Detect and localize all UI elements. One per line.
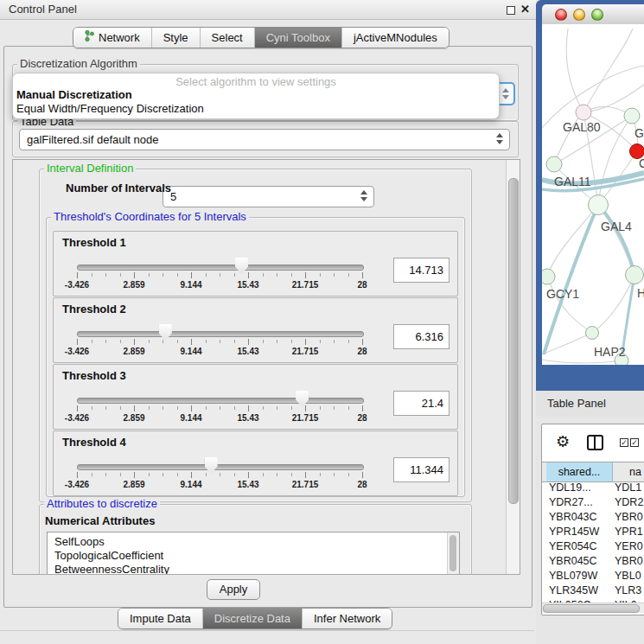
label-gal11: GAL11	[554, 175, 591, 188]
combo-stepper-icon	[502, 88, 509, 101]
threshold-3-slider[interactable]: -3.4262.8599.14415.4321.71528	[77, 393, 362, 426]
control-panel-titlebar: Control Panel ✕	[0, 0, 536, 20]
tick-label: -3.426	[65, 280, 89, 290]
tab-jactivemnodules[interactable]: jActiveMNodules	[341, 28, 449, 48]
tab-discretize-data[interactable]: Discretize Data	[202, 609, 302, 628]
column-header-shared-name[interactable]: shared...	[546, 462, 613, 481]
list-scrollbar[interactable]	[447, 532, 459, 575]
table-data-combobox[interactable]: galFiltered.sif default node	[19, 129, 510, 150]
table-row[interactable]: YER054CYER0	[542, 539, 644, 554]
combo-stepper-icon	[360, 190, 367, 203]
label-hap2: HAP2	[594, 345, 626, 359]
threshold-2-slider[interactable]: -3.4262.8599.14415.4321.71528	[77, 327, 362, 360]
threshold-4-value-field[interactable]: 11.344	[393, 457, 450, 482]
node-h[interactable]	[626, 266, 644, 284]
checkbox-icon[interactable]: ✓	[630, 438, 639, 447]
tab-cyni-toolbox[interactable]: Cyni Toolbox	[254, 28, 341, 48]
threshold-3-label: Threshold 3	[62, 369, 126, 382]
node-gal4[interactable]	[589, 195, 609, 215]
attribute-item[interactable]: BetweennessCentrality	[48, 563, 459, 575]
threshold-4-slider[interactable]: -3.4262.8599.14415.4321.71528	[77, 460, 362, 493]
tick-label: 28	[357, 347, 367, 356]
node-hap2[interactable]	[586, 327, 599, 340]
table-panel-title: Table Panel	[547, 397, 606, 410]
threshold-2-label: Threshold 2	[62, 303, 126, 316]
apply-button[interactable]: Apply	[207, 579, 260, 600]
label-partial-h: H	[637, 286, 644, 300]
tick-label: 15.43	[237, 280, 258, 290]
columns-icon[interactable]	[587, 435, 603, 450]
numerical-attributes-list[interactable]: SelfLoopsTopologicalCoefficientBetweenne…	[47, 532, 460, 575]
slider-thumb[interactable]	[205, 457, 218, 474]
slider-track	[77, 464, 364, 470]
tick-label: 9.144	[180, 347, 201, 356]
zoom-traffic-light-icon[interactable]	[591, 9, 603, 21]
algorithm-option-equal-width[interactable]: Equal Width/Frequency Discretization	[13, 102, 499, 116]
tab-infer-network[interactable]: Infer Network	[302, 609, 392, 628]
checkbox-icon[interactable]: ✓	[620, 438, 628, 447]
float-window-icon[interactable]	[507, 6, 515, 15]
slider-thumb[interactable]	[159, 324, 172, 341]
bottom-tabs: Impute Data Discretize Data Infer Networ…	[118, 608, 392, 629]
table-row[interactable]: YPR145WYPR1	[542, 525, 644, 539]
attributes-group-title: Attributes to discretize	[44, 497, 160, 510]
network-canvas[interactable]: GAL80 GA C GAL11 GAL4 GCY1 H HAP2	[542, 24, 644, 365]
tick-label: 9.144	[180, 480, 201, 489]
label-gal4: GAL4	[601, 220, 632, 233]
attribute-item[interactable]: TopologicalCoefficient	[48, 549, 459, 563]
threshold-1-slider[interactable]: -3.4262.8599.14415.4321.71528	[77, 260, 362, 293]
network-view-window: GAL80 GA C GAL11 GAL4 GCY1 H HAP2	[536, 0, 644, 391]
tick-label: 28	[357, 280, 367, 290]
column-header-name[interactable]: na	[613, 462, 644, 481]
combo-stepper-icon	[496, 133, 503, 146]
tab-impute-data[interactable]: Impute Data	[118, 609, 202, 628]
table-panel-area: ⚙ ✓ ✓ shared... na YDL19...YDL1YDR27...Y…	[536, 417, 644, 644]
tab-select[interactable]: Select	[200, 28, 254, 48]
threshold-1-value-field[interactable]: 14.713	[393, 258, 450, 283]
node-top-right[interactable]	[624, 108, 640, 124]
node-gcy1[interactable]	[542, 269, 555, 284]
tab-style[interactable]: Style	[151, 28, 200, 48]
table-row[interactable]: YBR043CYBR0	[542, 510, 644, 525]
table-row[interactable]: YBL079WYBL0	[542, 569, 644, 583]
close-icon[interactable]: ✕	[520, 3, 530, 16]
tick-label: -3.426	[65, 480, 89, 489]
table-panel-header: Table Panel	[536, 391, 644, 418]
panel-title: Control Panel	[9, 3, 77, 16]
tab-network-label: Network	[99, 28, 140, 48]
threshold-1-label: Threshold 1	[62, 236, 126, 249]
tick-label: -3.426	[65, 413, 89, 423]
threshold-3-value-field[interactable]: 21.4	[393, 391, 450, 416]
number-of-intervals-combobox[interactable]: 5	[163, 186, 374, 207]
node-gal11[interactable]	[546, 156, 562, 172]
tick-label: 2.859	[123, 347, 144, 356]
tick-label: 28	[357, 413, 367, 423]
settings-scrollbar[interactable]	[506, 160, 520, 574]
table-horizontal-scrollbar[interactable]	[542, 603, 644, 613]
node-table: ⚙ ✓ ✓ shared... na YDL19...YDL1YDR27...Y…	[541, 424, 644, 615]
network-window-titlebar[interactable]	[542, 4, 644, 25]
tick-label: 21.715	[292, 347, 319, 356]
table-row[interactable]: YDR27...YDR2	[542, 495, 644, 510]
tick-label: -3.426	[65, 347, 89, 356]
close-traffic-light-icon[interactable]	[555, 9, 567, 21]
table-row[interactable]: YLR345WYLR3	[542, 583, 644, 598]
slider-thumb[interactable]	[235, 258, 248, 274]
gear-icon[interactable]: ⚙	[556, 432, 570, 451]
label-gal80: GAL80	[563, 120, 601, 134]
label-partial-c: C	[639, 156, 644, 170]
attribute-item[interactable]: SelfLoops	[48, 535, 459, 549]
minimize-traffic-light-icon[interactable]	[573, 9, 585, 21]
table-row[interactable]: YBR045CYBR0	[542, 554, 644, 569]
tick-label: 9.144	[180, 413, 201, 423]
network-nodes	[542, 105, 644, 365]
slider-thumb[interactable]	[296, 391, 309, 407]
tab-network[interactable]: Network	[73, 28, 151, 48]
algorithm-hint: Select algorithm to view settings	[13, 75, 499, 88]
node-table-body: YDL19...YDL1YDR27...YDR2YBR043CYBR0YPR14…	[542, 481, 644, 603]
node-gal80[interactable]	[576, 105, 591, 120]
threshold-4-label: Threshold 4	[62, 436, 126, 449]
table-row[interactable]: YDL19...YDL1	[542, 481, 644, 495]
threshold-2-value-field[interactable]: 6.316	[393, 324, 450, 349]
algorithm-option-manual[interactable]: Manual Discretization	[13, 88, 499, 102]
